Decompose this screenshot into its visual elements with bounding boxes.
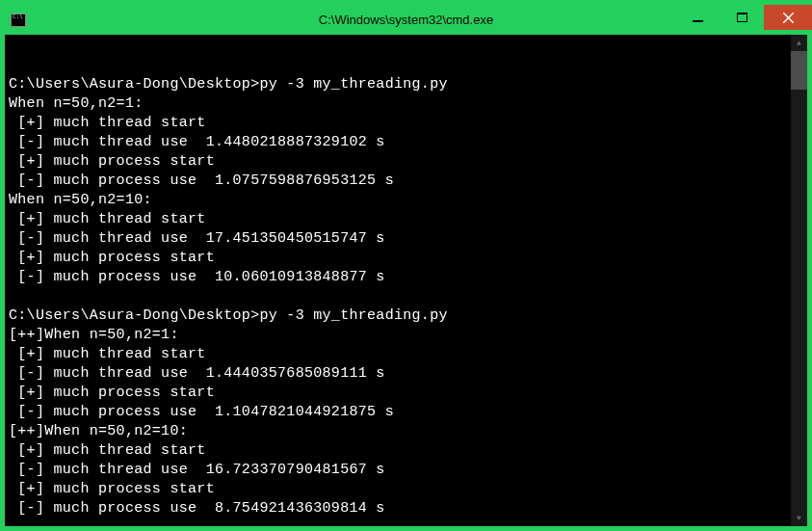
terminal-line: [+] much process start bbox=[9, 384, 807, 403]
close-icon bbox=[783, 13, 794, 23]
terminal-line: [+] much process start bbox=[9, 152, 807, 172]
window-controls bbox=[675, 5, 812, 30]
svg-rect-0 bbox=[693, 20, 703, 22]
terminal-line: When n=50,n2=1: bbox=[9, 94, 807, 114]
terminal-line: [-] much thread use 17.451350450515747 s bbox=[9, 229, 807, 249]
terminal-line: [-] much thread use 1.4480218887329102 s bbox=[9, 133, 807, 152]
scroll-down-arrow[interactable]: ▼ bbox=[791, 510, 807, 526]
terminal-line: [-] much thread use 16.723370790481567 s bbox=[9, 461, 807, 480]
terminal-line: [+] much process start bbox=[9, 480, 807, 499]
terminal-line: [+] much thread start bbox=[9, 345, 807, 364]
minimize-button[interactable] bbox=[675, 5, 720, 30]
terminal-line: [+] much thread start bbox=[9, 210, 807, 229]
cmd-icon bbox=[11, 13, 26, 27]
terminal-line: [+] much thread start bbox=[9, 441, 807, 461]
terminal-line: C:\Users\Asura-Dong\Desktop>py -3 my_thr… bbox=[9, 75, 807, 94]
terminal-line: [-] much thread use 1.4440357685089111 s bbox=[9, 364, 807, 384]
titlebar[interactable]: C:\Windows\system32\cmd.exe bbox=[5, 5, 807, 35]
maximize-button[interactable] bbox=[720, 5, 764, 30]
terminal-line: [++]When n=50,n2=10: bbox=[9, 422, 807, 441]
terminal-line: [-] much process use 8.754921436309814 s bbox=[9, 499, 807, 518]
terminal-line bbox=[9, 518, 807, 526]
window-title: C:\Windows\system32\cmd.exe bbox=[319, 13, 493, 27]
terminal-line: [+] much thread start bbox=[9, 114, 807, 133]
terminal-output: C:\Users\Asura-Dong\Desktop>py -3 my_thr… bbox=[9, 75, 807, 526]
close-button[interactable] bbox=[764, 5, 812, 30]
terminal-line: [++]When n=50,n2=1: bbox=[9, 326, 807, 345]
terminal-area[interactable]: C:\Users\Asura-Dong\Desktop>py -3 my_thr… bbox=[5, 35, 807, 526]
terminal-line: C:\Users\Asura-Dong\Desktop>py -3 my_thr… bbox=[9, 306, 807, 326]
scroll-up-arrow[interactable]: ▲ bbox=[791, 35, 807, 51]
terminal-line bbox=[9, 287, 807, 306]
terminal-line: [+] much process start bbox=[9, 249, 807, 268]
terminal-line: [-] much process use 1.0757598876953125 … bbox=[9, 172, 807, 191]
maximize-icon bbox=[737, 13, 747, 23]
scrollbar[interactable]: ▲ ▼ bbox=[791, 35, 807, 526]
svg-rect-2 bbox=[737, 13, 747, 14]
terminal-line: [-] much process use 10.06010913848877 s bbox=[9, 268, 807, 287]
terminal-line: [-] much process use 1.1047821044921875 … bbox=[9, 403, 807, 422]
minimize-icon bbox=[693, 13, 703, 23]
scrollbar-thumb[interactable] bbox=[791, 51, 807, 90]
terminal-line: When n=50,n2=10: bbox=[9, 191, 807, 210]
cmd-window: C:\Windows\system32\cmd.exe C bbox=[0, 0, 812, 531]
